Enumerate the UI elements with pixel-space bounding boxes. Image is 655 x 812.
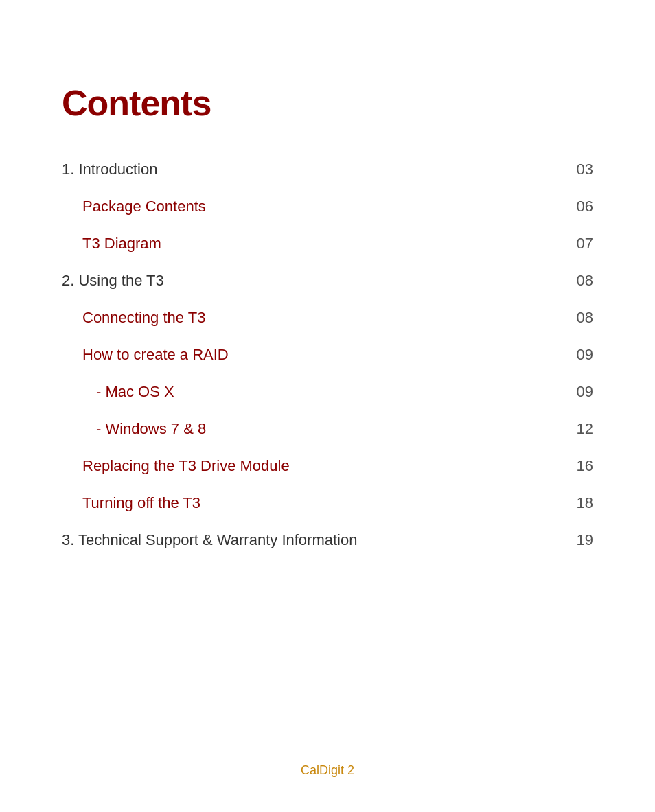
toc-page-number: 19 bbox=[566, 531, 593, 549]
toc-page-number: 09 bbox=[566, 383, 593, 401]
toc-item-text: How to create a RAID bbox=[62, 346, 229, 364]
toc-page-number: 08 bbox=[566, 309, 593, 327]
list-item: Package Contents06 bbox=[62, 188, 593, 225]
toc-page-number: 09 bbox=[566, 346, 593, 364]
list-item: - Windows 7 & 812 bbox=[62, 410, 593, 448]
page-title: Contents bbox=[62, 82, 593, 124]
page: Contents 1. Introduction03Package Conten… bbox=[0, 0, 655, 812]
toc-page-number: 12 bbox=[566, 420, 593, 438]
toc-item-text: - Mac OS X bbox=[62, 383, 174, 401]
list-item: Replacing the T3 Drive Module16 bbox=[62, 448, 593, 485]
toc-page-number: 06 bbox=[566, 198, 593, 216]
list-item: 2. Using the T308 bbox=[62, 262, 593, 299]
toc-item-text: - Windows 7 & 8 bbox=[62, 420, 206, 438]
list-item: 3. Technical Support & Warranty Informat… bbox=[62, 522, 593, 559]
toc-page-number: 18 bbox=[566, 494, 593, 512]
toc-page-number: 03 bbox=[566, 161, 593, 178]
toc-item-text: 1. Introduction bbox=[62, 161, 157, 178]
page-footer: CalDigit 2 bbox=[0, 763, 655, 778]
toc-item-text: Connecting the T3 bbox=[62, 309, 205, 327]
toc-item-text: Replacing the T3 Drive Module bbox=[62, 457, 290, 475]
toc-item-text: T3 Diagram bbox=[62, 235, 161, 253]
list-item: How to create a RAID09 bbox=[62, 336, 593, 373]
toc-item-text: 3. Technical Support & Warranty Informat… bbox=[62, 531, 357, 549]
list-item: - Mac OS X09 bbox=[62, 373, 593, 410]
list-item: Turning off the T318 bbox=[62, 485, 593, 522]
toc-item-text: 2. Using the T3 bbox=[62, 272, 164, 290]
footer-text: CalDigit 2 bbox=[301, 763, 354, 777]
toc-item-text: Package Contents bbox=[62, 198, 206, 216]
toc-item-text: Turning off the T3 bbox=[62, 494, 200, 512]
list-item: Connecting the T308 bbox=[62, 299, 593, 336]
toc-page-number: 08 bbox=[566, 272, 593, 290]
list-item: 1. Introduction03 bbox=[62, 151, 593, 188]
list-item: T3 Diagram07 bbox=[62, 225, 593, 262]
table-of-contents: 1. Introduction03Package Contents06T3 Di… bbox=[62, 151, 593, 559]
toc-page-number: 07 bbox=[566, 235, 593, 253]
toc-page-number: 16 bbox=[566, 457, 593, 475]
